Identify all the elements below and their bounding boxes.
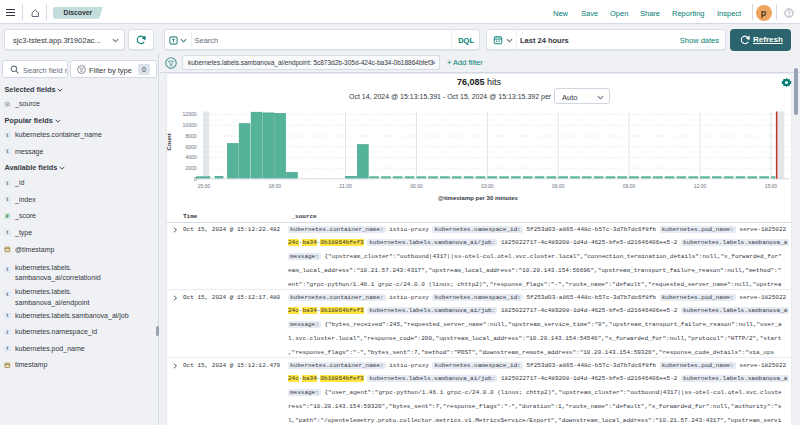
svg-text:10000: 10000 bbox=[183, 122, 197, 128]
svg-text:06:00: 06:00 bbox=[552, 183, 565, 189]
svg-text:00:00: 00:00 bbox=[410, 183, 423, 189]
svg-text:21:00: 21:00 bbox=[339, 183, 352, 189]
svg-text:2000: 2000 bbox=[185, 165, 196, 171]
svg-text:0: 0 bbox=[194, 176, 197, 182]
svg-text:4000: 4000 bbox=[185, 154, 196, 160]
svg-text:12000: 12000 bbox=[183, 111, 197, 117]
svg-text:18:00: 18:00 bbox=[268, 183, 281, 189]
svg-text:Count: Count bbox=[167, 133, 173, 150]
svg-text:6000: 6000 bbox=[185, 144, 196, 150]
svg-text:15:00: 15:00 bbox=[765, 183, 778, 189]
svg-text:03:00: 03:00 bbox=[481, 183, 494, 189]
svg-text:8000: 8000 bbox=[185, 133, 196, 139]
svg-text:09:00: 09:00 bbox=[623, 183, 636, 189]
svg-text:15:00: 15:00 bbox=[198, 183, 211, 189]
svg-text:@timestamp per 30 minutes: @timestamp per 30 minutes bbox=[438, 195, 519, 201]
svg-text:12:00: 12:00 bbox=[694, 183, 707, 189]
